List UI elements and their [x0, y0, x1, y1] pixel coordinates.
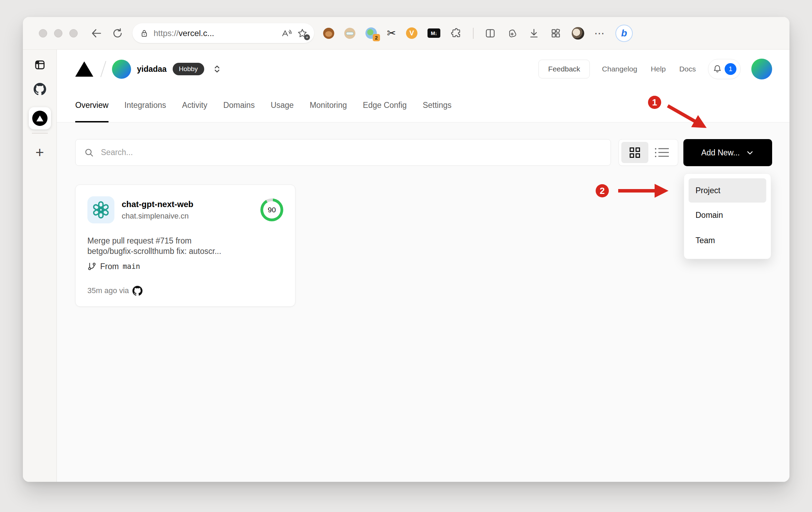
tampermonkey-icon[interactable] [323, 28, 334, 39]
refresh-button[interactable] [112, 27, 123, 39]
breadcrumb-slash [101, 61, 106, 77]
team-name: yidadaa [137, 65, 167, 74]
branch-name: main [123, 262, 140, 271]
dropdown-item-project[interactable]: Project [689, 178, 766, 203]
score-value: 90 [263, 201, 280, 219]
chrome-body: + yidadaa Hobby [23, 50, 789, 482]
tab-integrations[interactable]: Integrations [124, 88, 166, 122]
search-input[interactable] [100, 147, 602, 157]
sidebar-toggle-button[interactable] [34, 59, 46, 71]
add-favorite-plus: + [304, 34, 310, 40]
read-aloud-icon[interactable] [280, 27, 292, 39]
minimize-window-button[interactable] [54, 29, 62, 37]
grid-view-icon [630, 147, 640, 158]
project-name: chat-gpt-next-web [122, 199, 193, 209]
desktop: { "browser": { "url": { "scheme": "https… [0, 0, 812, 512]
profile-avatar[interactable] [572, 27, 584, 40]
toolbar-divider [473, 28, 474, 39]
collections-icon[interactable] [506, 27, 518, 39]
team-avatar [112, 60, 131, 79]
project-card[interactable]: chat-gpt-next-web chat.simplenaive.cn 90… [75, 185, 295, 307]
tab-edge-config[interactable]: Edge Config [363, 88, 407, 122]
help-link[interactable]: Help [649, 65, 667, 73]
tab-usage[interactable]: Usage [271, 88, 294, 122]
add-new-label: Add New... [701, 148, 740, 157]
scope-selector-icon[interactable] [212, 64, 222, 74]
bell-icon [712, 64, 723, 74]
user-avatar[interactable] [751, 59, 772, 79]
deploy-time: 35m ago via [87, 286, 129, 295]
dashboard-tabs: Overview Integrations Activity Domains U… [57, 88, 789, 122]
sidebar-toggle-icon [34, 59, 46, 71]
tab-github[interactable] [34, 83, 46, 95]
browser-toolbar: https://vercel.c... + 2 ✂ V M↓ [23, 17, 789, 50]
lock-icon [139, 28, 149, 38]
tab-divider [32, 133, 48, 134]
dropdown-item-team[interactable]: Team [689, 228, 766, 253]
back-icon [90, 27, 103, 40]
chevron-down-icon [745, 148, 754, 157]
split-screen-icon[interactable] [484, 27, 496, 39]
back-button[interactable] [90, 27, 103, 40]
tab-monitoring[interactable]: Monitoring [310, 88, 347, 122]
branch-prefix: From [100, 262, 119, 271]
plan-badge: Hobby [173, 63, 204, 75]
browser-window: https://vercel.c... + 2 ✂ V M↓ [23, 17, 789, 482]
address-bar[interactable]: https://vercel.c... + [132, 23, 314, 43]
feedback-button[interactable]: Feedback [538, 60, 590, 78]
vercel-logo[interactable] [75, 61, 93, 77]
list-view-button[interactable] [648, 142, 675, 163]
extensions-row: 2 ✂ V M↓ [323, 25, 633, 42]
proxy-ext-icon[interactable]: 2 [365, 27, 377, 39]
list-view-icon [655, 148, 669, 157]
vertical-tab-strip: + [23, 50, 57, 482]
tab-settings[interactable]: Settings [423, 88, 451, 122]
vercel-body: Add New... [57, 122, 789, 307]
add-new-dropdown: Project Domain Team [684, 173, 771, 259]
notification-count: 1 [725, 63, 736, 75]
tab-activity[interactable]: Activity [182, 88, 207, 122]
project-domain-link[interactable]: chat.simplenaive.cn [122, 212, 193, 221]
favorites-add-icon[interactable]: + [297, 28, 308, 39]
markdown-ext-icon[interactable]: M↓ [427, 28, 440, 38]
puzzle-icon[interactable] [450, 27, 462, 39]
changelog-link[interactable]: Changelog [601, 65, 639, 73]
github-source-icon [132, 286, 142, 296]
new-tab-button[interactable]: + [35, 145, 44, 160]
grid-view-button[interactable] [621, 142, 648, 163]
tab-overview[interactable]: Overview [75, 88, 109, 122]
search-icon [84, 147, 94, 158]
github-icon [34, 83, 46, 95]
persona-ext-icon[interactable] [344, 28, 355, 39]
scissors-ext-icon[interactable]: ✂ [387, 28, 396, 39]
vercel-header: yidadaa Hobby Feedback Changelog Help Do… [57, 50, 789, 122]
view-toggle [619, 139, 678, 166]
docs-link[interactable]: Docs [678, 65, 697, 73]
vercel-page: yidadaa Hobby Feedback Changelog Help Do… [57, 50, 789, 482]
v-ext-icon[interactable]: V [406, 27, 417, 39]
url-text: https://vercel.c... [154, 28, 276, 38]
window-controls [39, 29, 78, 37]
download-icon[interactable] [528, 27, 540, 39]
bing-chat-icon[interactable]: b [615, 25, 633, 42]
tab-vercel-active[interactable] [29, 107, 51, 129]
openai-logo [87, 196, 114, 223]
vercel-favicon [32, 111, 47, 126]
score-ring: 90 [260, 198, 283, 221]
commit-message: Merge pull request #715 from betgo/bugfi… [87, 236, 283, 257]
branch-row: From main [87, 262, 283, 271]
search-box [75, 139, 611, 166]
deploy-meta-row: 35m ago via [87, 286, 283, 296]
team-scope-switcher[interactable]: yidadaa Hobby [112, 60, 222, 79]
maximize-window-button[interactable] [69, 29, 78, 37]
refresh-icon [112, 27, 123, 39]
git-branch-icon [87, 262, 96, 271]
add-new-button[interactable]: Add New... [683, 139, 772, 166]
more-menu-icon[interactable]: ⋯ [594, 27, 605, 39]
notifications-button[interactable]: 1 [708, 59, 741, 79]
extension-badge: 2 [373, 34, 380, 41]
apps-icon[interactable] [550, 27, 562, 39]
dropdown-item-domain[interactable]: Domain [689, 203, 766, 228]
tab-domains[interactable]: Domains [223, 88, 255, 122]
close-window-button[interactable] [39, 29, 47, 37]
